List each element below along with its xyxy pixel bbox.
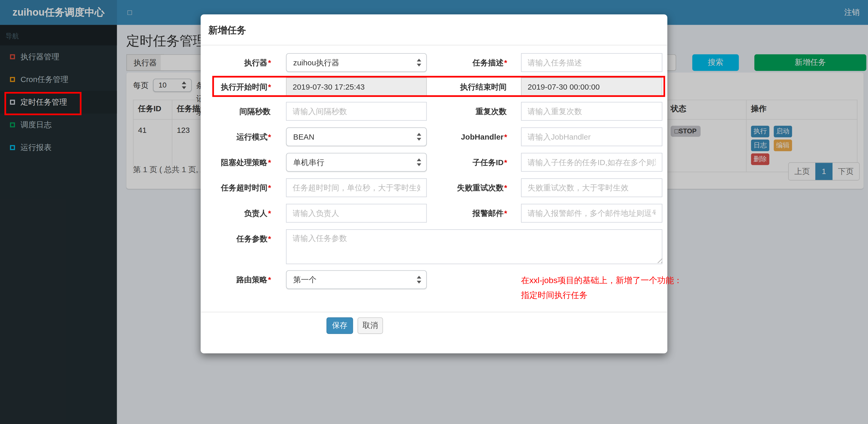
executor-select[interactable]: zuihou执行器 (286, 53, 427, 72)
add-task-modal: 新增任务 执行器* zuihou执行器 任务描述* 执行开始时间* 2019-0… (201, 14, 667, 353)
form-row-mode-handler: 运行模式* BEAN JobHandler* (201, 127, 667, 146)
task-desc-input[interactable] (521, 53, 662, 72)
alarm-email-input[interactable] (521, 204, 662, 223)
select-arrows-icon (417, 158, 421, 167)
feature-note: 在xxl-jobs项目的基础上，新增了一个功能： 指定时间执行任务 (521, 272, 682, 302)
select-arrows-icon (417, 275, 421, 284)
feature-note-line2: 指定时间执行任务 (521, 288, 682, 302)
cancel-button[interactable]: 取消 (358, 317, 383, 334)
start-time-field[interactable]: 2019-07-30 17:25:43 (286, 77, 427, 96)
task-desc-label: 任务描述* (427, 53, 507, 72)
jobhandler-label: JobHandler* (427, 127, 507, 146)
form-row-task-params: 任务参数* (201, 229, 667, 264)
form-row-timeout-retry: 任务超时时间* 失败重试次数* (201, 178, 667, 197)
select-arrows-icon (417, 132, 421, 141)
form-row-start-end-time: 执行开始时间* 2019-07-30 17:25:43 执行结束时间 2019-… (201, 77, 667, 96)
run-mode-select[interactable]: BEAN (286, 127, 427, 146)
child-task-id-input[interactable] (521, 153, 662, 172)
select-arrows-icon (417, 58, 421, 67)
retry-count-label: 失败重试次数* (427, 178, 507, 197)
task-params-label: 任务参数* (201, 229, 271, 248)
executor-label: 执行器* (201, 53, 271, 72)
timeout-input[interactable] (286, 178, 427, 197)
timeout-label: 任务超时时间* (201, 178, 271, 197)
modal-header: 新增任务 (201, 14, 667, 45)
block-strategy-label: 阻塞处理策略* (201, 153, 271, 172)
task-params-textarea[interactable] (286, 229, 662, 264)
child-task-id-label: 子任务ID* (427, 153, 507, 172)
route-strategy-label: 路由策略* (201, 270, 271, 289)
end-time-field[interactable]: 2019-07-30 00:00:00 (521, 77, 662, 96)
form-row-interval-repeat: 间隔秒数 重复次数 (201, 102, 667, 121)
repeat-count-input[interactable] (521, 102, 662, 121)
save-button[interactable]: 保存 (327, 317, 353, 334)
form-row-block-childid: 阻塞处理策略* 单机串行 子任务ID* (201, 153, 667, 172)
route-strategy-select[interactable]: 第一个 (286, 270, 427, 289)
owner-input[interactable] (286, 204, 427, 223)
interval-input[interactable] (286, 102, 427, 121)
modal-title: 新增任务 (209, 24, 246, 36)
retry-count-input[interactable] (521, 178, 662, 197)
start-time-label: 执行开始时间* (201, 77, 271, 96)
jobhandler-input[interactable] (521, 127, 662, 146)
modal-footer: 保存 取消 (201, 312, 667, 353)
alarm-email-label: 报警邮件* (427, 204, 507, 223)
block-strategy-select[interactable]: 单机串行 (286, 153, 427, 172)
form-row-owner-email: 负责人* 报警邮件* (201, 204, 667, 223)
feature-note-line1: 在xxl-jobs项目的基础上，新增了一个功能： (521, 272, 682, 287)
screenshot-root: zuihou任务调度中心 □ 注销 导航 执行器管理 Cron任务管理 定时任务… (0, 0, 868, 424)
form-row-executor-desc: 执行器* zuihou执行器 任务描述* (201, 53, 667, 72)
owner-label: 负责人* (201, 204, 271, 223)
interval-label: 间隔秒数 (201, 102, 271, 121)
end-time-label: 执行结束时间 (427, 77, 507, 96)
run-mode-label: 运行模式* (201, 127, 271, 146)
repeat-count-label: 重复次数 (427, 102, 507, 121)
